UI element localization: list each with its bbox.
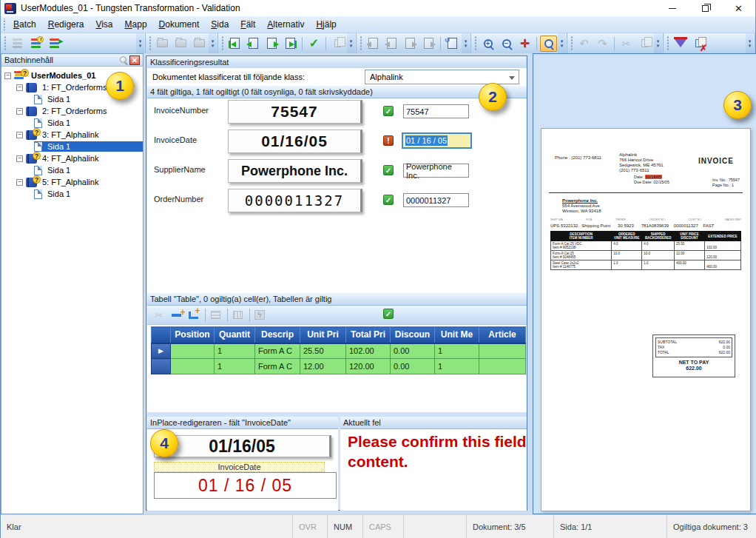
column-header-totalprice[interactable]: Total Pri [346, 327, 391, 343]
toolbar-options-chevron[interactable]: ▾▾ [209, 33, 217, 53]
undo-icon[interactable]: ↶ [576, 36, 593, 52]
zoom-selection-icon[interactable] [540, 36, 557, 52]
collapse-icon[interactable]: − [16, 155, 23, 162]
previous-page-icon[interactable] [383, 36, 400, 52]
batch-close-icon[interactable]: ▸ [46, 36, 63, 52]
tree-row-page-selected[interactable]: Sida 1 [1, 141, 143, 152]
column-header-unitprice[interactable]: Unit Pri [300, 327, 346, 343]
toolbar-options-chevron[interactable]: ▾▾ [746, 33, 754, 53]
column-header-quantity[interactable]: Quantit [215, 327, 255, 343]
status-document-count: Dokument: 3/5 [467, 515, 554, 538]
snippet-text: 01/16/05 [261, 132, 328, 150]
table-row[interactable]: ▶ 1 Form A C 25.50 102.00 0.00 1 [152, 343, 526, 359]
rotate-page-icon[interactable]: ↺ [444, 36, 461, 52]
collapse-icon[interactable]: − [16, 179, 23, 186]
menu-alternativ[interactable]: Alternativ [261, 17, 310, 32]
zoom-out-icon[interactable]: − [498, 36, 515, 52]
menu-redigera[interactable]: Redigera [42, 17, 90, 32]
merge-columns-icon[interactable] [230, 309, 245, 322]
document-class-unknown-icon: ? [26, 130, 37, 140]
merge-rows-icon[interactable] [208, 309, 223, 322]
copy-icon[interactable] [636, 36, 653, 52]
inplace-value-input[interactable]: 01 / 16 / 05 [154, 472, 337, 499]
close-button[interactable]: ✕ [722, 0, 755, 16]
tree-row-document[interactable]: − 2: FT_Orderforms [1, 105, 143, 117]
column-header-unitmeasure[interactable]: Unit Me [435, 327, 479, 343]
document-viewer-panel[interactable]: Phone : (201) 773-6811 Alphalink 766 Har… [533, 53, 756, 514]
row-selector[interactable] [152, 359, 171, 374]
redo-icon[interactable]: ↷ [594, 36, 611, 52]
inplace-editor-header: InPlace-redigeraren - fält "InvoiceDate" [147, 417, 338, 429]
collapse-icon[interactable]: − [16, 84, 23, 91]
next-document-icon[interactable] [263, 36, 280, 52]
restore-button[interactable] [689, 0, 722, 16]
annotation-badge-1: 1 [106, 72, 134, 100]
folder-open-icon[interactable] [172, 36, 189, 52]
menu-sida[interactable]: Sida [205, 17, 234, 32]
menu-batch[interactable]: Batch [7, 17, 42, 32]
menu-bar: Batch Redigera Visa Mapp Dokument Sida F… [1, 16, 755, 33]
collapse-icon[interactable]: − [4, 73, 11, 79]
panel-close-icon[interactable]: ✕ [129, 56, 140, 65]
collapse-icon[interactable]: − [16, 108, 23, 115]
row-selector-current[interactable]: ▶ [152, 343, 171, 359]
menu-mapp[interactable]: Mapp [119, 17, 153, 32]
menu-hjalp[interactable]: Hjälp [310, 17, 342, 32]
folder-next-icon[interactable] [191, 36, 208, 52]
snippet-text: 0000011327 [245, 192, 344, 209]
field-input-ordernumber[interactable]: 0000011327 [403, 193, 469, 207]
last-document-icon[interactable] [282, 36, 299, 52]
batch-suspend-icon[interactable] [27, 36, 44, 52]
first-page-icon[interactable] [365, 36, 382, 52]
tree-row-document[interactable]: − ? 5: FT_Alphalink [1, 176, 143, 188]
document-page-preview[interactable]: Phone : (201) 773-6811 Alphalink 766 Har… [541, 128, 751, 511]
class-dropdown[interactable]: Alphalink [365, 70, 519, 84]
next-page-icon[interactable] [402, 36, 419, 52]
fit-page-icon[interactable]: ✛ [516, 36, 533, 52]
field-input-invoicenumber[interactable]: 75547 [403, 104, 469, 118]
zoom-in-icon[interactable]: + [479, 36, 496, 52]
validate-document-icon[interactable]: ✓ [306, 36, 323, 52]
toolbar-options-chevron[interactable]: ▾▾ [347, 33, 355, 53]
tree-row-page[interactable]: Sida 1 [1, 117, 143, 129]
previous-document-icon[interactable] [245, 36, 262, 52]
insert-column-icon[interactable] [186, 309, 200, 322]
force-valid-icon[interactable] [672, 36, 689, 52]
column-header-discount[interactable]: Discoun [391, 327, 435, 343]
menu-dokument[interactable]: Dokument [153, 17, 206, 32]
cut-icon[interactable]: ✂ [618, 36, 635, 52]
folder-prev-icon[interactable] [154, 36, 171, 52]
pin-icon[interactable] [119, 56, 128, 64]
toolbar-group-folder: ▾▾ [146, 33, 218, 53]
toolbar-grip [148, 36, 152, 50]
tree-row-page[interactable]: Sida 1 [1, 188, 143, 200]
first-document-icon[interactable] [226, 36, 243, 52]
last-page-icon[interactable] [420, 36, 437, 52]
tree-row-page[interactable]: Sida 1 [1, 164, 143, 176]
insert-row-icon[interactable] [169, 309, 183, 322]
inplace-field-label: InvoiceDate [154, 462, 325, 472]
menu-falt[interactable]: Fält [234, 17, 261, 32]
column-header-position[interactable]: Position [171, 327, 215, 343]
table-row[interactable]: 1 Form A C 12.00 120.00 0.00 1 [152, 359, 526, 374]
application-window: UserModules_01 - Tungsten Transformation… [0, 0, 756, 538]
field-input-suppliername[interactable]: Powerphone Inc. [403, 164, 469, 178]
toolbar-options-chevron[interactable]: ▾▾ [558, 33, 566, 53]
field-label-invoicedate: InvoiceDate [154, 135, 197, 144]
field-input-invoicedate[interactable]: 01 / 16 / 05 [402, 132, 472, 149]
toolbar-options-chevron[interactable]: ▾▾ [136, 33, 144, 53]
collapse-icon[interactable]: − [16, 132, 23, 138]
auto-extract-icon[interactable]: ϟ [252, 309, 267, 322]
batch-open-icon[interactable] [9, 36, 26, 52]
toolbar-options-chevron[interactable]: ▾▾ [462, 33, 470, 53]
column-header-article[interactable]: Article [479, 327, 526, 343]
menu-visa[interactable]: Visa [90, 17, 118, 32]
minimize-button[interactable] [655, 0, 689, 16]
toolbar-options-chevron[interactable]: ▾▾ [654, 33, 662, 53]
column-header-description[interactable]: Descrip [255, 327, 300, 343]
tree-row-document[interactable]: − ? 3: FT_Alphalink [1, 129, 143, 141]
split-document-icon[interactable] [329, 36, 346, 52]
delete-row-icon[interactable]: ✂ [152, 309, 166, 322]
tree-row-document[interactable]: − ? 4: FT_Alphalink [1, 152, 143, 164]
reject-document-icon[interactable]: ✗ [690, 36, 707, 52]
